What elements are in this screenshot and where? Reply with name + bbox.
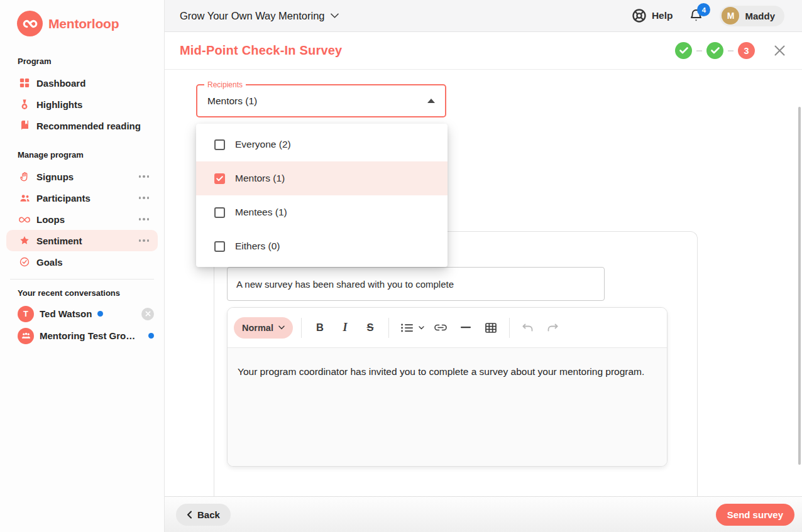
dropdown-option-mentees[interactable]: Mentees (1) xyxy=(196,195,448,229)
brand-wordmark: Mentorloop xyxy=(48,16,119,31)
table-button[interactable] xyxy=(481,318,500,337)
recipients-select[interactable]: Recipients Mentors (1) xyxy=(196,84,446,117)
link-button[interactable] xyxy=(431,318,450,337)
program-switcher[interactable]: Grow Your Own Way Mentoring xyxy=(180,10,324,22)
dropdown-option-eithers[interactable]: Eithers (0) xyxy=(196,229,448,263)
bullet-list-button[interactable] xyxy=(398,318,417,337)
strikethrough-button[interactable]: S xyxy=(361,318,380,337)
sidebar-item-label: Recommended reading xyxy=(36,121,141,131)
sidebar-item-label: Sentiment xyxy=(36,236,82,246)
ellipsis-menu-icon[interactable] xyxy=(139,218,153,220)
redo-icon xyxy=(547,323,558,332)
sidebar-item-label: Dashboard xyxy=(36,78,85,89)
sidebar-item-label: Participants xyxy=(36,193,91,204)
survey-header: Mid-Point Check-In Survey 3 xyxy=(165,32,802,70)
recipients-label: Recipients xyxy=(204,80,246,89)
conversation-ted-watson[interactable]: T Ted Watson xyxy=(0,303,164,325)
life-buoy-icon xyxy=(632,8,647,23)
subject-input[interactable] xyxy=(227,267,605,301)
people-icon xyxy=(19,193,30,203)
step-connector xyxy=(728,50,733,52)
user-menu[interactable]: M Maddy xyxy=(720,6,784,26)
editor-body[interactable]: Your program coordinator has invited you… xyxy=(228,348,667,466)
conversation-name: Mentoring Test Gro… xyxy=(40,330,135,341)
star-icon xyxy=(19,236,30,246)
sidebar-item-participants[interactable]: Participants xyxy=(6,187,158,209)
unread-dot xyxy=(97,311,103,317)
conversation-mentoring-test-group[interactable]: Mentoring Test Gro… xyxy=(0,325,164,347)
app-logo[interactable]: Mentorloop xyxy=(0,0,164,36)
chevron-down-icon[interactable] xyxy=(331,13,339,18)
medal-icon xyxy=(19,99,30,110)
conversation-name: Ted Watson xyxy=(40,308,92,319)
sidebar-item-dashboard[interactable]: Dashboard xyxy=(6,72,158,94)
editor-toolbar: Normal B I S xyxy=(228,308,667,348)
wizard-footer: Back Send survey xyxy=(165,496,802,532)
ellipsis-menu-icon[interactable] xyxy=(139,239,153,242)
waving-hand-icon xyxy=(19,171,30,182)
paragraph-style-select[interactable]: Normal xyxy=(234,317,293,339)
option-label: Mentors (1) xyxy=(235,173,285,184)
scrollbar-thumb[interactable] xyxy=(798,107,801,465)
italic-button[interactable]: I xyxy=(336,318,354,337)
checkbox-unchecked[interactable] xyxy=(214,241,225,252)
group-icon xyxy=(18,328,34,344)
sidebar-section-program: Program xyxy=(0,57,164,66)
back-button[interactable]: Back xyxy=(176,504,231,526)
close-icon[interactable] xyxy=(141,308,154,320)
check-circle-icon xyxy=(19,257,30,267)
undo-icon xyxy=(522,323,533,332)
table-icon xyxy=(485,323,497,333)
sidebar-section-manage-program: Manage program xyxy=(0,150,164,160)
toolbar-separator xyxy=(301,318,302,338)
page-title: Mid-Point Check-In Survey xyxy=(180,43,342,58)
sidebar-section-conversations: Your recent conversations xyxy=(0,288,164,298)
toolbar-separator xyxy=(388,318,389,338)
infinity-icon xyxy=(19,216,30,223)
rich-text-editor[interactable]: Normal B I S xyxy=(227,307,667,467)
sidebar-item-highlights[interactable]: Highlights xyxy=(6,94,158,115)
step-connector xyxy=(696,50,702,52)
redo-button[interactable] xyxy=(544,318,563,337)
sidebar-divider xyxy=(10,279,154,280)
survey-content: Normal B I S xyxy=(165,70,802,496)
bold-button[interactable]: B xyxy=(310,318,329,337)
toolbar-separator xyxy=(509,318,510,338)
step-2-complete xyxy=(706,42,723,59)
ellipsis-menu-icon[interactable] xyxy=(139,197,153,199)
sidebar-item-label: Goals xyxy=(36,257,63,268)
bullet-list-icon xyxy=(401,323,413,332)
horizontal-rule-icon xyxy=(461,327,471,328)
unread-dot xyxy=(148,333,154,339)
chevron-up-icon xyxy=(427,99,435,103)
sidebar-item-label: Loops xyxy=(36,214,65,225)
notifications-button[interactable]: 4 xyxy=(689,8,703,23)
sidebar-item-goals[interactable]: Goals xyxy=(6,251,158,273)
back-label: Back xyxy=(197,509,220,520)
horizontal-rule-button[interactable] xyxy=(456,318,475,337)
dashboard-grid-icon xyxy=(19,78,30,88)
sidebar-item-signups[interactable]: Signups xyxy=(6,166,158,187)
checkbox-checked[interactable] xyxy=(214,173,225,184)
check-icon xyxy=(216,176,223,182)
mentorloop-logo-icon xyxy=(17,11,43,36)
chevron-down-icon[interactable] xyxy=(419,326,424,330)
sidebar-item-label: Highlights xyxy=(36,99,82,110)
dropdown-option-everyone[interactable]: Everyone (2) xyxy=(196,128,448,161)
option-label: Eithers (0) xyxy=(235,241,280,252)
close-icon[interactable] xyxy=(772,43,787,58)
send-survey-button[interactable]: Send survey xyxy=(716,504,794,526)
help-label: Help xyxy=(652,10,673,21)
sidebar-item-sentiment[interactable]: Sentiment xyxy=(6,230,158,251)
help-button[interactable]: Help xyxy=(632,8,673,23)
checkbox-unchecked[interactable] xyxy=(214,207,225,218)
checkbox-unchecked[interactable] xyxy=(214,139,225,150)
dropdown-option-mentors[interactable]: Mentors (1) xyxy=(196,161,448,195)
sidebar-item-recommended-reading[interactable]: Recommended reading xyxy=(6,115,158,136)
link-icon xyxy=(434,324,447,331)
sidebar-item-label: Signups xyxy=(36,171,74,182)
book-icon xyxy=(19,121,30,131)
sidebar-item-loops[interactable]: Loops xyxy=(6,209,158,230)
ellipsis-menu-icon[interactable] xyxy=(139,175,153,178)
undo-button[interactable] xyxy=(519,318,537,337)
